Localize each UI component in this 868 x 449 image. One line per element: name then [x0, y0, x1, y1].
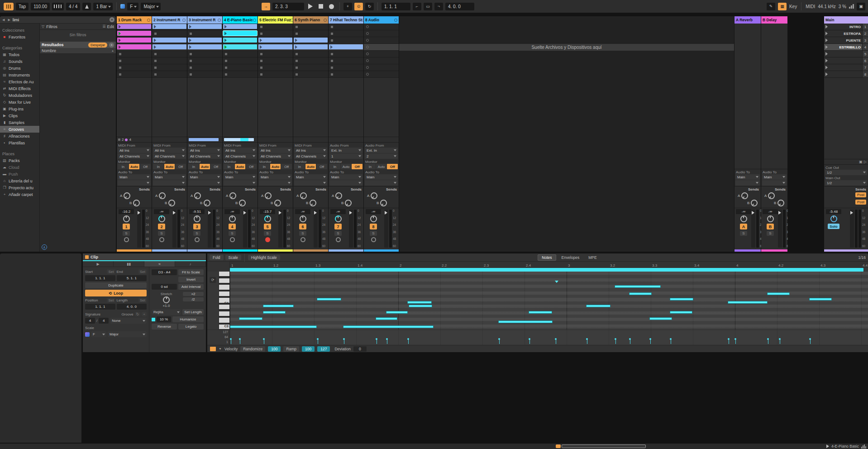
clip-slot[interactable] — [293, 51, 328, 57]
sidebar-item-favoritos[interactable]: ■Favoritos — [0, 33, 39, 40]
browser-back-button[interactable]: ◀ — [1, 18, 5, 22]
send-b-knob[interactable] — [310, 200, 316, 206]
volume-fader[interactable] — [314, 210, 318, 248]
start-set-button[interactable]: Set — [107, 269, 115, 274]
output-channel-chooser[interactable] — [365, 180, 398, 186]
volume-fader[interactable] — [243, 210, 247, 248]
sidebar-item-afinaciones[interactable]: ♯Afinaciones — [0, 133, 39, 139]
send-a-knob[interactable] — [194, 192, 201, 199]
velocity-marker[interactable] — [735, 339, 736, 344]
velocity-marker[interactable] — [810, 339, 811, 344]
pan-knob[interactable] — [740, 215, 747, 222]
clip-slot[interactable] — [329, 30, 363, 37]
output-type-chooser[interactable]: Main — [259, 174, 292, 180]
track-header[interactable]: 4 E-Piano Basic — [223, 16, 258, 24]
loop-length-value[interactable]: 4. 0. 0 — [117, 304, 147, 310]
volume-fader[interactable] — [751, 210, 755, 248]
sidebar-item-plug-ins[interactable]: ▣Plug-Ins — [0, 105, 39, 112]
pan-knob[interactable] — [370, 215, 377, 222]
sidebar-item-drums[interactable]: ◎Drums — [0, 65, 39, 72]
scale-name-chooser[interactable]: Major — [141, 3, 161, 10]
key-map-button[interactable]: Key — [789, 4, 797, 9]
results-list[interactable] — [40, 54, 116, 252]
groove-add-icon[interactable]: + — [142, 312, 147, 316]
scene-launch-icon[interactable] — [825, 52, 828, 56]
loop-button[interactable]: ▭ — [424, 3, 432, 10]
send-a-knob[interactable] — [229, 192, 236, 199]
grid-chooser[interactable]: Rejilla — [152, 309, 181, 315]
clip-slot[interactable] — [223, 37, 258, 44]
solo-button[interactable]: S — [193, 231, 200, 236]
send-b-knob[interactable] — [168, 200, 175, 206]
midi-note[interactable] — [343, 325, 434, 328]
randomize-amount[interactable]: 100 — [268, 346, 281, 352]
volume-fader[interactable] — [278, 210, 282, 248]
velocity-marker[interactable] — [264, 339, 264, 344]
monitor-off-button[interactable]: Off — [352, 164, 362, 169]
quantization-chooser[interactable]: 1 Bar — [93, 3, 113, 10]
session-clip[interactable] — [258, 44, 292, 49]
track-header[interactable]: 7 Hihat Techno St — [329, 16, 363, 24]
output-channel-chooser[interactable] — [259, 180, 292, 186]
clip-launch-icon[interactable] — [119, 38, 121, 42]
clip-slot[interactable] — [187, 24, 222, 30]
midi-map-button[interactable]: MIDI — [806, 4, 815, 9]
midi-note[interactable] — [809, 298, 832, 301]
set-length-button[interactable]: Set Length — [182, 309, 204, 315]
volume-fader[interactable] — [137, 210, 141, 248]
track-header[interactable]: 1 Drum Rack — [117, 16, 152, 24]
midi-note[interactable] — [586, 305, 610, 307]
clip-sig-numerator[interactable]: 4 — [85, 318, 95, 324]
cue-solo-button[interactable]: Solo — [828, 224, 839, 229]
clip-slot[interactable] — [258, 57, 293, 64]
envelopes-tab-icon[interactable]: ♪ — [175, 261, 206, 267]
horizontal-scrollbar[interactable] — [562, 444, 646, 448]
volume-display[interactable]: -∞ — [736, 209, 751, 214]
clip-slot[interactable] — [223, 51, 258, 57]
clip-slot[interactable] — [223, 44, 258, 51]
session-clip[interactable] — [294, 44, 328, 49]
pan-knob[interactable] — [194, 215, 200, 222]
solo-button[interactable]: S — [767, 231, 774, 236]
scene-row[interactable]: INTRO1 — [824, 24, 868, 30]
clip-slot[interactable] — [364, 57, 399, 64]
scene-row[interactable]: ESTRIBILLO4 — [824, 44, 868, 51]
session-clip[interactable] — [223, 31, 257, 36]
input-channel-chooser[interactable]: All Channels — [294, 153, 327, 159]
track-header[interactable]: 8 Audio — [364, 16, 399, 24]
clip-slot[interactable] — [187, 30, 222, 37]
input-channel-chooser[interactable]: All Channels — [224, 153, 257, 159]
monitor-off-button[interactable]: Off — [246, 164, 257, 169]
track-activator-button[interactable]: 3 — [193, 224, 200, 229]
session-clip[interactable] — [294, 38, 328, 43]
clip-launch-icon[interactable] — [224, 38, 227, 42]
scene-row[interactable]: 5 — [824, 51, 868, 57]
midi-note[interactable] — [529, 311, 552, 314]
output-channel-chooser[interactable] — [762, 180, 787, 186]
edit-filters-button[interactable]: ☰Edit — [102, 24, 114, 29]
midi-note[interactable] — [649, 317, 672, 320]
arm-button[interactable] — [336, 237, 341, 242]
clip-slot[interactable] — [329, 57, 363, 64]
clip-launch-icon[interactable] — [154, 38, 156, 42]
solo-button[interactable]: S — [229, 231, 236, 236]
clip-sig-denominator[interactable]: 4 — [99, 318, 109, 324]
send-a-knob[interactable] — [741, 192, 748, 199]
volume-fader[interactable] — [384, 210, 388, 248]
monitor-auto-button[interactable]: Auto — [164, 164, 175, 169]
loop-length-display[interactable]: 4. 0. 0 — [445, 3, 474, 10]
solo-button[interactable]: S — [370, 231, 377, 236]
monitor-auto-button[interactable]: Auto — [200, 164, 210, 169]
input-type-chooser[interactable]: All Ins — [153, 148, 186, 153]
monitor-auto-button[interactable]: Auto — [305, 164, 316, 169]
zoom-scroll-button[interactable] — [556, 444, 561, 448]
sidebar-item-todos[interactable]: ▦Todos — [0, 51, 39, 58]
output-channel-chooser[interactable] — [224, 180, 257, 186]
clip-slot[interactable] — [364, 44, 399, 51]
session-clip[interactable] — [258, 38, 292, 43]
half-tempo-button[interactable]: /2 — [183, 297, 204, 301]
clear-filters-button[interactable]: Despejar — [88, 43, 107, 48]
scene-row[interactable]: PUENTE3 — [824, 37, 868, 44]
scene-row[interactable]: ESTROFA2 — [824, 30, 868, 37]
clip-slot[interactable] — [152, 24, 187, 30]
